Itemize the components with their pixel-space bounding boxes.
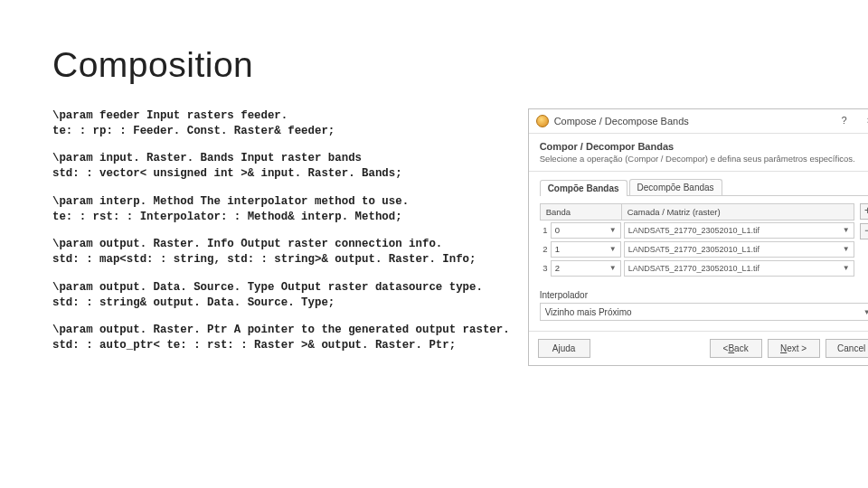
doc-line: std: : vector< unsigned int >& input. Ra… [52, 167, 402, 180]
layer-select[interactable]: LANDSAT5_21770_23052010_L1.tif▼ [624, 241, 854, 258]
col-header-band: Banda [540, 203, 621, 221]
page-title: Composition [52, 45, 816, 85]
tab-compose[interactable]: Compõe Bandas [540, 180, 627, 196]
dialog-titlebar: Compose / Decompose Bands ? × [529, 109, 868, 134]
dialog-header-strip: Compor / Decompor Bandas Selecione a ope… [529, 134, 868, 172]
chevron-down-icon: ▼ [609, 245, 617, 253]
close-icon[interactable]: × [860, 114, 868, 128]
doc-line: \param input. Raster. Bands Input raster… [52, 152, 362, 164]
table-row: 1 0▼ LANDSAT5_21770_23052010_L1.tif▼ [540, 221, 854, 239]
add-row-button[interactable]: + [860, 203, 868, 220]
tab-bar: Compõe Bandas Decompõe Bandas [540, 179, 868, 196]
app-icon [536, 115, 549, 127]
remove-row-button[interactable]: − [860, 223, 868, 239]
chevron-down-icon: ▼ [843, 264, 850, 272]
layer-select[interactable]: LANDSAT5_21770_23052010_L1.tif▼ [624, 260, 854, 277]
doc-line: \param output. Raster. Ptr A pointer to … [52, 324, 510, 336]
strip-title: Compor / Decompor Bandas [540, 141, 868, 152]
interpolator-group: Interpolador Vizinho mais Próximo ▼ [540, 290, 868, 321]
help-icon[interactable]: ? [835, 114, 854, 128]
interpolator-select[interactable]: Vizinho mais Próximo ▼ [540, 303, 868, 321]
back-button[interactable]: < Back [710, 339, 762, 358]
doc-line: \param feeder Input rasters feeder. [52, 109, 288, 122]
row-index: 2 [540, 244, 551, 254]
doc-line: \param interp. Method The interpolator m… [52, 195, 409, 208]
doc-line: std: : string& output. Data. Source. Typ… [52, 296, 335, 309]
col-header-layer: Camada / Matriz (raster) [621, 203, 854, 221]
cancel-button[interactable]: Cancel [826, 339, 868, 358]
compose-dialog: Compose / Decompose Bands ? × Compor / D… [528, 108, 868, 366]
row-index: 3 [540, 263, 551, 273]
layer-select[interactable]: LANDSAT5_21770_23052010_L1.tif▼ [624, 222, 854, 239]
doc-line: std: : auto_ptr< te: : rst: : Raster >& … [52, 339, 456, 352]
dialog-footer: Ajuda < Back Next > Cancel [529, 331, 868, 365]
doc-line: \param output. Data. Source. Type Output… [52, 281, 483, 294]
dialog-title: Compose / Decompose Bands [554, 116, 829, 127]
table-row: 3 2▼ LANDSAT5_21770_23052010_L1.tif▼ [540, 258, 854, 277]
help-button[interactable]: Ajuda [538, 339, 590, 358]
doc-line: \param output. Raster. Info Output raste… [52, 238, 442, 250]
doc-line: std: : map<std: : string, std: : string>… [52, 253, 476, 266]
chevron-down-icon: ▼ [863, 308, 868, 316]
documentation-block: \param feeder Input rasters feeder. te: … [52, 108, 510, 366]
chevron-down-icon: ▼ [843, 226, 850, 234]
band-select[interactable]: 0▼ [551, 222, 621, 239]
chevron-down-icon: ▼ [609, 264, 617, 272]
chevron-down-icon: ▼ [609, 226, 617, 234]
row-index: 1 [540, 225, 551, 235]
table-header: Banda Camada / Matriz (raster) [540, 203, 854, 221]
table-row: 2 1▼ LANDSAT5_21770_23052010_L1.tif▼ [540, 239, 854, 258]
next-button[interactable]: Next > [768, 339, 820, 358]
strip-subtitle: Selecione a operação (Compor / Decompor)… [540, 154, 868, 164]
band-select[interactable]: 1▼ [551, 241, 621, 258]
tab-decompose[interactable]: Decompõe Bandas [629, 179, 722, 195]
band-select[interactable]: 2▼ [551, 260, 621, 277]
doc-line: te: : rst: : Interpolator: : Method& int… [52, 211, 402, 223]
interpolator-label: Interpolador [540, 290, 868, 300]
doc-line: te: : rp: : Feeder. Const. Raster& feede… [52, 125, 335, 137]
chevron-down-icon: ▼ [843, 245, 850, 253]
